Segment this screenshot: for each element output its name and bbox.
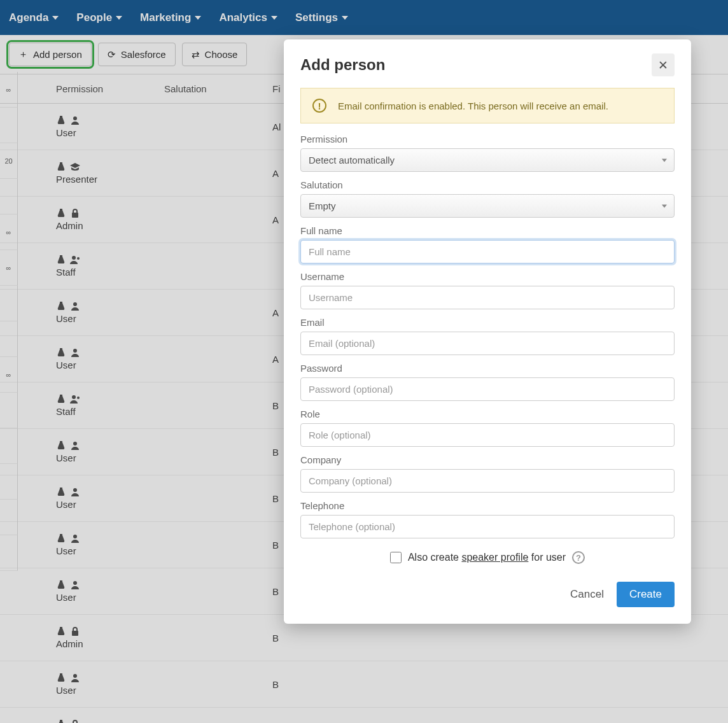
user-icon xyxy=(70,301,80,313)
flask-icon xyxy=(56,719,66,723)
chevron-down-icon xyxy=(195,16,201,20)
cancel-button[interactable]: Cancel xyxy=(570,588,604,601)
warning-icon: ! xyxy=(312,99,326,113)
role-text: User xyxy=(56,453,76,463)
role-text: User xyxy=(56,685,76,696)
table-row[interactable]: AdminB xyxy=(0,708,728,723)
svg-rect-12 xyxy=(72,631,78,636)
flask-icon xyxy=(56,255,66,267)
gutter-cell: ∞ xyxy=(0,214,18,250)
company-input[interactable] xyxy=(300,469,675,493)
role-text: User xyxy=(56,127,76,138)
close-icon: ✕ xyxy=(658,58,668,73)
lock-icon xyxy=(70,719,80,723)
role-text: User xyxy=(56,499,76,510)
help-icon[interactable]: ? xyxy=(572,551,585,564)
svg-point-8 xyxy=(73,442,77,446)
nav-agenda[interactable]: Agenda xyxy=(9,11,59,24)
chevron-down-icon xyxy=(342,16,348,20)
modal-header: Add person ✕ xyxy=(300,53,675,76)
gutter-cell: ∞ xyxy=(0,357,18,393)
flask-icon xyxy=(56,115,66,127)
salesforce-button[interactable]: ⟳ Salesforce xyxy=(98,43,176,66)
flask-icon xyxy=(56,162,66,174)
nav-analytics[interactable]: Analytics xyxy=(219,11,277,24)
staff-icon xyxy=(70,255,80,267)
column-permission[interactable]: Permission xyxy=(56,83,164,94)
role-label: Role xyxy=(300,409,675,419)
flask-icon xyxy=(56,487,66,499)
gutter-cell xyxy=(0,321,18,357)
column-salutation[interactable]: Salutation xyxy=(164,83,272,94)
gutter-cell xyxy=(0,286,18,321)
role-text: User xyxy=(56,592,76,603)
speaker-profile-row: Also create speaker profile for user ? xyxy=(300,551,675,564)
gutter-cell xyxy=(0,464,18,500)
salutation-label: Salutation xyxy=(300,179,675,190)
refresh-icon: ⟳ xyxy=(108,49,116,60)
chevron-down-icon xyxy=(116,16,122,20)
svg-point-9 xyxy=(73,488,77,492)
svg-point-2 xyxy=(72,256,76,260)
lock-icon xyxy=(70,208,80,220)
svg-point-6 xyxy=(72,395,76,399)
flask-icon xyxy=(56,301,66,313)
flask-icon xyxy=(56,347,66,360)
gutter-cell: ∞ xyxy=(0,250,18,286)
role-text: Admin xyxy=(56,220,83,231)
role-text: Staff xyxy=(56,406,76,417)
create-button[interactable]: Create xyxy=(617,582,675,607)
role-text: User xyxy=(56,360,76,370)
fullname-input[interactable] xyxy=(300,240,675,263)
first-text: B xyxy=(272,633,728,643)
modal-footer: Cancel Create xyxy=(300,582,675,607)
password-input[interactable] xyxy=(300,377,675,401)
flask-icon xyxy=(56,673,66,685)
gutter-cell xyxy=(0,108,18,143)
nav-marketing[interactable]: Marketing xyxy=(140,11,201,24)
role-text: Admin xyxy=(56,638,83,649)
password-label: Password xyxy=(300,363,675,374)
user-icon xyxy=(70,115,80,127)
svg-point-13 xyxy=(73,674,77,678)
user-icon xyxy=(70,533,80,545)
nav-people[interactable]: People xyxy=(76,11,122,24)
svg-point-5 xyxy=(73,349,77,353)
gutter-cell xyxy=(0,535,18,571)
choose-button[interactable]: ⇄ Choose xyxy=(182,43,248,66)
nav-settings[interactable]: Settings xyxy=(295,11,348,24)
role-text: Presenter xyxy=(56,174,97,185)
top-nav: Agenda People Marketing Analytics Settin… xyxy=(0,0,728,35)
flask-icon xyxy=(56,626,66,638)
telephone-input[interactable] xyxy=(300,515,675,538)
flask-icon xyxy=(56,394,66,406)
gutter-cell: 20 xyxy=(0,143,18,179)
speaker-profile-checkbox[interactable] xyxy=(390,552,402,563)
email-input[interactable] xyxy=(300,332,675,355)
add-person-modal: Add person ✕ ! Email confirmation is ena… xyxy=(284,39,691,624)
close-button[interactable]: ✕ xyxy=(652,53,675,76)
user-icon xyxy=(70,440,80,453)
salutation-select[interactable]: Empty xyxy=(300,194,675,218)
flask-icon xyxy=(56,440,66,453)
svg-point-4 xyxy=(73,302,77,306)
permission-select[interactable]: Detect automatically xyxy=(300,148,675,172)
fullname-label: Full name xyxy=(300,225,675,236)
svg-point-0 xyxy=(73,116,77,120)
user-icon xyxy=(70,347,80,360)
role-text: Staff xyxy=(56,267,76,277)
flask-icon xyxy=(56,208,66,220)
user-icon xyxy=(70,673,80,685)
left-gutter: ∞20∞∞∞ xyxy=(0,72,18,571)
role-input[interactable] xyxy=(300,423,675,447)
speaker-profile-link[interactable]: speaker profile xyxy=(461,552,528,563)
flask-icon xyxy=(56,580,66,592)
user-icon xyxy=(70,580,80,592)
gutter-cell xyxy=(0,179,18,214)
table-row[interactable]: UserB xyxy=(0,661,728,708)
gutter-cell xyxy=(0,500,18,535)
username-label: Username xyxy=(300,271,675,282)
username-input[interactable] xyxy=(300,286,675,309)
add-person-button[interactable]: ＋ Add person xyxy=(9,43,92,66)
email-confirmation-alert: ! Email confirmation is enabled. This pe… xyxy=(300,88,675,123)
